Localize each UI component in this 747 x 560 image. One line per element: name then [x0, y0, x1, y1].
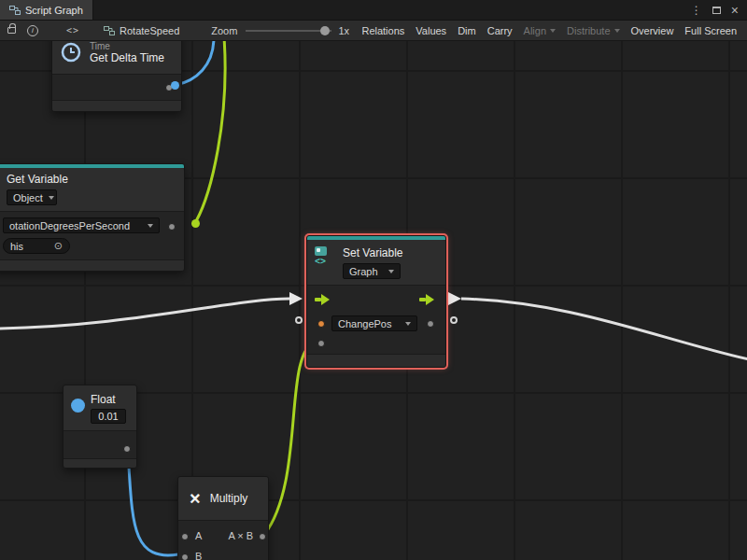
align-button[interactable]: Align	[518, 21, 561, 40]
outside-port-right[interactable]	[450, 316, 458, 324]
float-icon	[71, 399, 85, 413]
distribute-button[interactable]: Distribute	[561, 21, 625, 40]
graph-canvas[interactable]: Time Get Delta Time Get Variable Object	[0, 41, 747, 560]
float-output-port[interactable]	[123, 445, 131, 453]
clock-icon	[60, 41, 82, 63]
graph-asset-icon	[104, 25, 115, 36]
full-screen-button[interactable]: Full Screen	[679, 21, 742, 40]
wire-green-multiply-to-setvariable[interactable]	[264, 342, 316, 535]
zoom-label: Zoom	[211, 25, 237, 36]
caret-down-icon	[148, 224, 153, 228]
caret-down-icon	[550, 29, 556, 33]
node-get-variable[interactable]: Get Variable Object otationDegreesPerSec…	[0, 163, 185, 272]
script-graph-window: Script Graph ⋮ × i <> RotateSpeed Zoom 1…	[0, 0, 747, 560]
node-category: Time	[90, 41, 164, 51]
wire-control-in[interactable]	[0, 299, 289, 329]
set-variable-icon: <>	[315, 246, 335, 266]
outside-port-left[interactable]	[295, 316, 303, 324]
node-float[interactable]: Float 0.01	[63, 385, 137, 469]
multiply-input-a-port[interactable]	[181, 533, 189, 540]
info-icon[interactable]: i	[27, 25, 38, 36]
multiply-output-port[interactable]	[259, 533, 266, 540]
dim-button[interactable]: Dim	[452, 21, 482, 40]
node-title: Multiply	[210, 492, 248, 505]
input-a-label: A	[195, 530, 202, 541]
node-title: Get Delta Time	[90, 51, 164, 64]
variable-scope-dropdown[interactable]: Object	[7, 189, 57, 205]
wire-endpoint-green[interactable]	[191, 219, 200, 228]
graph-tab-icon	[9, 5, 21, 16]
zoom-slider[interactable]	[246, 30, 331, 32]
node-set-variable[interactable]: <> Set Variable Graph ChangePos	[306, 235, 446, 368]
tab-bar: Script Graph ⋮ ×	[0, 0, 747, 21]
caret-down-icon	[405, 322, 411, 326]
node-title: Float	[91, 393, 126, 406]
zoom-slider-knob[interactable]	[320, 26, 330, 35]
lock-icon[interactable]	[7, 27, 16, 34]
close-icon[interactable]: ×	[731, 6, 739, 15]
get-variable-output-port[interactable]	[168, 223, 176, 231]
values-button[interactable]: Values	[410, 21, 452, 40]
variable-value-port[interactable]	[317, 340, 325, 347]
overview-button[interactable]: Overview	[626, 21, 680, 40]
variable-name-dropdown[interactable]: ChangePos	[331, 315, 417, 331]
node-title: Set Variable	[343, 246, 402, 259]
caret-down-icon	[388, 270, 394, 273]
variable-name-port[interactable]	[317, 320, 325, 328]
target-icon: ⊙	[54, 240, 63, 252]
relations-button[interactable]: Relations	[356, 21, 410, 40]
code-icon[interactable]: <>	[66, 25, 79, 35]
flow-output-port[interactable]	[419, 294, 434, 305]
variable-name-dropdown[interactable]: otationDegreesPerSecond	[3, 217, 160, 233]
variable-target-field[interactable]: his ⊙	[3, 238, 70, 254]
node-multiply[interactable]: × Multiply A A × B B	[177, 476, 269, 560]
wire-arrowhead-in-icon	[289, 292, 303, 305]
wire-endpoint-blue[interactable]	[171, 81, 179, 90]
tab-script-graph[interactable]: Script Graph	[0, 0, 93, 20]
set-variable-output-port[interactable]	[427, 320, 434, 328]
carry-button[interactable]: Carry	[482, 21, 518, 40]
float-value-input[interactable]: 0.01	[91, 409, 126, 424]
menu-icon[interactable]: ⋮	[691, 4, 702, 17]
tab-title: Script Graph	[25, 5, 83, 16]
variable-scope-dropdown[interactable]: Graph	[343, 263, 401, 279]
toolbar-buttons: Relations Values Dim Carry Align Distrib…	[356, 21, 742, 40]
wire-green-top[interactable]	[196, 41, 225, 221]
node-title: Get Variable	[7, 173, 176, 186]
wire-control-out[interactable]	[461, 299, 747, 359]
multiply-icon: ×	[190, 489, 201, 508]
caret-down-icon	[614, 29, 620, 33]
maximize-icon[interactable]	[712, 7, 721, 14]
flow-input-port[interactable]	[315, 294, 330, 305]
node-get-delta-time[interactable]: Time Get Delta Time	[51, 41, 182, 112]
output-label: A × B	[228, 530, 253, 541]
zoom-value: 1x	[338, 25, 349, 36]
graph-toolbar: i <> RotateSpeed Zoom 1x Relations Value…	[0, 21, 747, 41]
graph-name: RotateSpeed	[120, 25, 179, 36]
input-b-label: B	[195, 551, 202, 560]
multiply-input-b-port[interactable]	[181, 553, 189, 560]
wire-arrowhead-out-icon	[448, 292, 461, 305]
caret-down-icon	[49, 196, 54, 200]
graph-breadcrumb[interactable]: RotateSpeed	[104, 25, 179, 36]
window-buttons: ⋮ ×	[691, 0, 747, 20]
